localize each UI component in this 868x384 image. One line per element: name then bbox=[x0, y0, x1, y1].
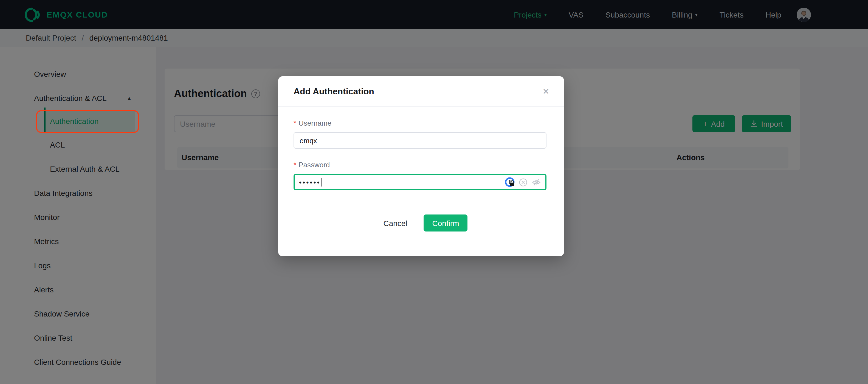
close-icon[interactable]: ✕ bbox=[540, 86, 552, 98]
required-asterisk: * bbox=[293, 161, 296, 169]
modal-footer: Cancel Confirm bbox=[293, 215, 549, 231]
spacer bbox=[293, 149, 549, 161]
modal-header: Add Authentication ✕ bbox=[278, 76, 564, 107]
field-label-text: Password bbox=[299, 161, 330, 169]
modal-username-input[interactable] bbox=[293, 132, 547, 149]
clear-input-icon[interactable] bbox=[519, 178, 527, 186]
modal-title: Add Authentication bbox=[293, 86, 374, 96]
password-input-icons bbox=[505, 177, 541, 187]
add-authentication-modal: Add Authentication ✕ *Username *Password… bbox=[278, 76, 564, 256]
emqx-cloud-console: EMQX CLOUD Projects ▾ VAS Subaccounts Bi… bbox=[0, 0, 868, 384]
password-field-label: *Password bbox=[293, 161, 549, 169]
cancel-button[interactable]: Cancel bbox=[383, 219, 407, 227]
password-masked-value: •••••• bbox=[299, 179, 321, 186]
modal-password-input[interactable]: •••••• bbox=[293, 174, 547, 190]
required-asterisk: * bbox=[293, 119, 296, 127]
confirm-button[interactable]: Confirm bbox=[424, 215, 468, 231]
text-cursor bbox=[321, 178, 322, 186]
password-manager-1password-icon[interactable] bbox=[505, 177, 515, 187]
username-field-label: *Username bbox=[293, 119, 549, 127]
field-label-text: Username bbox=[299, 119, 332, 127]
toggle-password-visibility-eye-slash-icon[interactable] bbox=[532, 178, 541, 187]
modal-body: *Username *Password •••••• bbox=[278, 107, 564, 231]
